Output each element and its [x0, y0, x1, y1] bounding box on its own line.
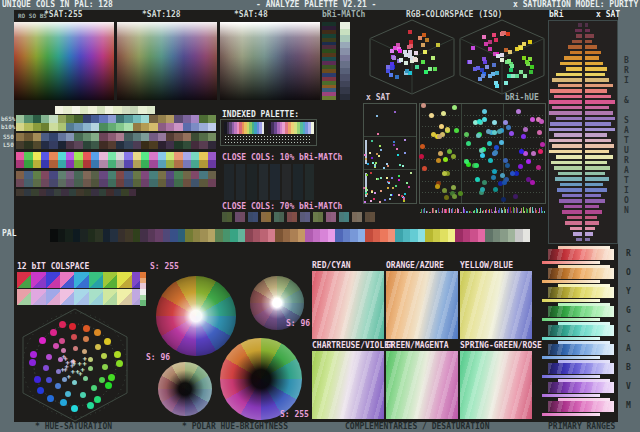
- sat-48-toggle[interactable]: *SAT:48: [234, 11, 268, 19]
- hue-wheel-dot: [80, 392, 86, 398]
- comp-tile-orange-azure: [386, 271, 458, 339]
- scatter-dot: [371, 140, 373, 142]
- gradient-strip: [16, 152, 216, 160]
- swatch: [253, 229, 261, 242]
- scatter-dot: [475, 177, 480, 182]
- scatter-dot: [506, 125, 511, 130]
- sort-keys-label[interactable]: RO SO BS: [18, 13, 47, 19]
- scatter-dot: [443, 157, 448, 162]
- scatter-dot: [439, 124, 444, 129]
- footer-hue-saturation[interactable]: * HUE-SATURATION: [35, 423, 112, 431]
- colspace-tile: [46, 272, 60, 288]
- hue-wheel-dot: [53, 343, 59, 349]
- scatter-dot: [403, 198, 405, 200]
- scatter-dot: [474, 163, 479, 168]
- scatter-dot: [491, 175, 496, 180]
- scatter-dot: [371, 191, 373, 193]
- sat-scatter-top: [364, 105, 415, 135]
- swatch: [335, 229, 343, 242]
- bri-match-column: [322, 22, 336, 100]
- swatch: [478, 229, 486, 242]
- primary-range-strip-R: [548, 249, 614, 260]
- swatch: [500, 229, 508, 242]
- hue-wheel-center-mark: +: [70, 359, 74, 366]
- hue-wheel-dot: [30, 351, 37, 358]
- swatch: [373, 229, 381, 242]
- scatter-dot: [529, 70, 533, 74]
- hue-wheel-dot: [69, 323, 76, 330]
- primary-range-strip-M: [548, 401, 614, 412]
- bri-match-toggle[interactable]: bRi-MATCh: [322, 11, 365, 19]
- scatter-dot: [476, 133, 481, 138]
- bri-hue-scatter: [421, 105, 544, 201]
- swatch: [418, 229, 426, 242]
- scatter-dot: [508, 50, 512, 54]
- density-tick: [544, 211, 545, 213]
- scatter-dot: [521, 134, 526, 139]
- hue-wheel-dot: [50, 329, 57, 336]
- scatter-dot: [383, 167, 385, 169]
- bri-column-header[interactable]: bRi: [549, 11, 563, 19]
- swatch: [88, 229, 96, 242]
- footer-complementaries: COMPLEMENTARIES / DESATURATION: [345, 423, 490, 431]
- footer-polar-hue-brightness[interactable]: * POLAR HUE-BRIGHTNESS: [182, 423, 288, 431]
- gradient-strip: [55, 106, 155, 114]
- scatter-dot: [436, 158, 441, 163]
- scatter-dot: [525, 60, 529, 64]
- scatter-dot: [526, 159, 531, 164]
- scatter-dot: [501, 197, 506, 202]
- scatter-dot: [452, 105, 457, 110]
- scatter-dot: [515, 74, 519, 78]
- hue-bri-map-sat128: [117, 22, 217, 100]
- scatter-dot: [516, 109, 521, 114]
- scatter-dot: [389, 198, 391, 200]
- scatter-dot: [380, 190, 382, 192]
- close-color-pair: [326, 212, 336, 222]
- bri-hue-panel-label[interactable]: bRi-hUE: [505, 94, 539, 102]
- polar-mini-bar: [140, 272, 146, 306]
- scatter-dot: [538, 149, 543, 154]
- hue-wheel-center-mark: +: [61, 367, 65, 374]
- scatter-dot: [506, 32, 510, 36]
- scatter-dot: [492, 169, 497, 174]
- scatter-dot: [530, 117, 535, 122]
- swatch: [275, 229, 283, 242]
- swatch: [58, 229, 66, 242]
- swatch: [80, 229, 88, 242]
- swatch: [230, 229, 238, 242]
- primary-range-letter: A: [626, 345, 631, 353]
- hue-wheel-dot: [116, 360, 123, 367]
- close-color-pair: [235, 212, 245, 222]
- scatter-dot: [509, 68, 513, 72]
- primary-range-strip-B: [548, 363, 614, 374]
- index-dots-row: [225, 136, 312, 137]
- swatch: [283, 229, 291, 242]
- swatch: [73, 229, 81, 242]
- sat-255-toggle[interactable]: *SAT:255: [44, 11, 83, 19]
- scatter-dot: [493, 187, 498, 192]
- x-sat-panel-label[interactable]: x SAT: [366, 94, 390, 102]
- primary-range-strip-C: [542, 337, 600, 340]
- hue-wheel-center-mark: +: [71, 369, 75, 376]
- scatter-dot: [445, 127, 450, 132]
- sat-box-divider: [364, 136, 416, 137]
- hue-wheel-dot: [108, 374, 115, 381]
- disk-label-s255-dark: S: 255: [280, 411, 309, 419]
- hue-wheel-dot: [88, 357, 93, 362]
- sat-128-toggle[interactable]: *SAT:128: [142, 11, 181, 19]
- swatch: [328, 229, 336, 242]
- hue-wheel-dot: [46, 354, 52, 360]
- swatch: [155, 229, 163, 242]
- swatch: [110, 229, 118, 242]
- scatter-dot: [458, 191, 463, 196]
- colspace-tile: [17, 289, 31, 305]
- sat-column-header[interactable]: x SAT: [596, 11, 620, 19]
- hue-wheel-dots: ++++++++++++++++++++: [12, 304, 138, 426]
- scatter-dot: [370, 172, 372, 174]
- comp-label-red-cyan: RED/CYAN: [312, 262, 351, 270]
- swatch: [380, 229, 388, 242]
- saturation-model-toggle[interactable]: x SATURATION MODEL: PURITY: [513, 1, 638, 9]
- scatter-dot: [429, 113, 434, 118]
- scatter-dot: [410, 172, 412, 174]
- disk-shade: [220, 338, 302, 420]
